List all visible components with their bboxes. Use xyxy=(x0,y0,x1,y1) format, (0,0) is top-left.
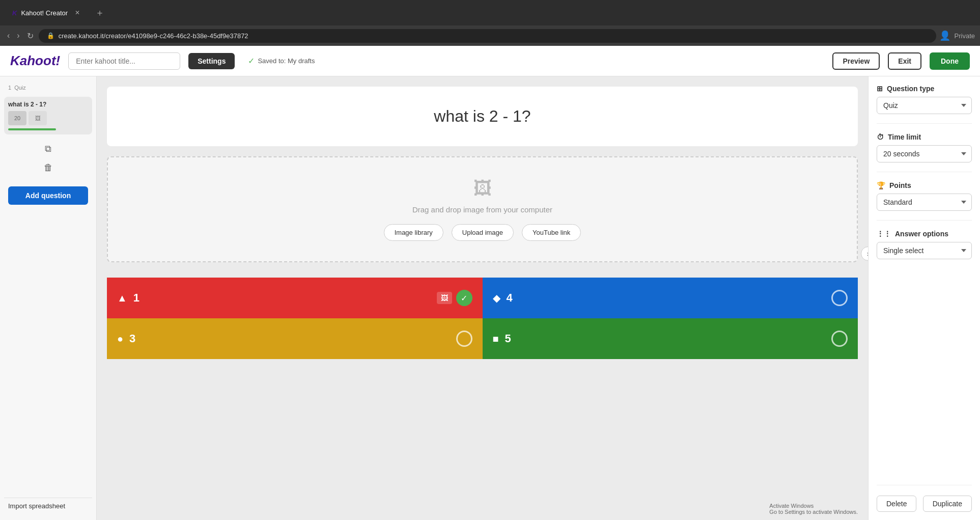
answer-text-2: 4 xyxy=(507,291,832,305)
exit-button[interactable]: Exit xyxy=(888,52,921,70)
delete-button[interactable]: Delete xyxy=(877,496,916,512)
answer-circle-4 xyxy=(831,331,848,347)
browser-nav-bar: ‹ › ↻ 🔒 create.kahoot.it/creator/e41098e… xyxy=(0,25,980,46)
lock-icon: 🔒 xyxy=(47,32,54,39)
time-limit-icon: ⏱ xyxy=(877,133,884,141)
browser-tab[interactable]: K Kahoot! Creator ✕ xyxy=(5,5,87,21)
answer-tile-3[interactable]: ● 3 xyxy=(107,318,483,359)
quiz-item-title: what is 2 - 1? xyxy=(8,101,88,108)
quiz-item-progress-bar xyxy=(8,128,56,130)
reload-button[interactable]: ↻ xyxy=(25,29,36,43)
quiz-item-thumb: 20 🖼 xyxy=(8,111,88,125)
time-limit-title: ⏱ Time limit xyxy=(877,133,972,141)
answer-circle-3 xyxy=(456,331,472,347)
profile-icon: 👤 xyxy=(939,30,950,41)
answer-text-3: 3 xyxy=(129,332,456,345)
browser-chrome: K Kahoot! Creator ✕ ＋ xyxy=(0,0,980,25)
answer-options-title: ⋮⋮ Answer options xyxy=(877,230,972,238)
question-text: what is 2 - 1? xyxy=(137,107,827,126)
saved-text: Saved to: My drafts xyxy=(258,57,315,65)
answer-options-icon: ⋮⋮ xyxy=(877,230,891,238)
answer-text-4: 5 xyxy=(505,332,831,345)
answer-icon-3: ● xyxy=(117,333,123,345)
divider-3 xyxy=(877,220,972,221)
panel-bottom-actions: Delete Duplicate xyxy=(877,485,972,512)
expand-toggle-button[interactable]: › xyxy=(861,247,868,261)
section-type: Quiz xyxy=(14,85,26,91)
time-limit-section: ⏱ Time limit 20 seconds xyxy=(877,133,972,162)
thumb-number: 20 xyxy=(8,111,26,125)
section-number: 1 xyxy=(8,85,11,91)
app-header: Kahoot! Settings ✓ Saved to: My drafts P… xyxy=(0,46,980,76)
kahoot-logo: Kahoot! xyxy=(10,53,60,69)
points-title: 🏆 Points xyxy=(877,181,972,189)
kahoot-title-input[interactable] xyxy=(68,52,180,70)
settings-button[interactable]: Settings xyxy=(188,53,235,69)
time-limit-select[interactable]: 20 seconds xyxy=(877,145,972,162)
saved-status: ✓ Saved to: My drafts xyxy=(248,56,315,66)
answer-icon-4: ■ xyxy=(493,333,499,345)
answer-actions-4 xyxy=(831,331,848,347)
import-spreadsheet-button[interactable]: Import spreadsheet xyxy=(4,498,92,514)
question-area[interactable]: what is 2 - 1? xyxy=(107,87,858,146)
done-button[interactable]: Done xyxy=(930,52,970,70)
question-type-select[interactable]: Quiz xyxy=(877,97,972,114)
thumb-image: 🖼 xyxy=(29,111,47,125)
image-library-button[interactable]: Image library xyxy=(384,224,443,241)
sidebar-delete-icon[interactable]: 🗑 xyxy=(6,159,90,176)
question-type-icon: ⊞ xyxy=(877,85,883,93)
question-type-title: ⊞ Question type xyxy=(877,85,972,93)
quiz-item[interactable]: what is 2 - 1? 20 🖼 xyxy=(4,97,92,134)
preview-button[interactable]: Preview xyxy=(832,52,880,70)
points-icon: 🏆 xyxy=(877,181,885,189)
answer-icon-1: ▲ xyxy=(117,292,127,304)
nav-right: 👤 Private xyxy=(939,30,975,41)
media-upload-area[interactable]: 🖼 Drag and drop image from your computer… xyxy=(107,156,858,262)
media-placeholder-icon: 🖼 xyxy=(473,178,492,199)
answer-correct-mark-1: ✓ xyxy=(456,290,472,306)
new-tab-button[interactable]: ＋ xyxy=(91,5,108,21)
answers-grid: ▲ 1 🖼 ✓ ◆ 4 ● 3 xyxy=(107,278,858,359)
upload-image-button[interactable]: Upload image xyxy=(452,224,514,241)
answer-image-button-1[interactable]: 🖼 xyxy=(437,292,452,304)
tab-favicon: K xyxy=(12,9,17,17)
sidebar-copy-icon[interactable]: ⧉ xyxy=(6,141,90,157)
question-type-section: ⊞ Question type Quiz xyxy=(877,85,972,114)
address-bar[interactable]: 🔒 create.kahoot.it/creator/e41098e9-c246… xyxy=(39,29,936,43)
media-placeholder-text: Drag and drop image from your computer xyxy=(412,205,552,214)
sidebar-section-label: 1 Quiz xyxy=(4,83,92,93)
youtube-link-button[interactable]: YouTube link xyxy=(522,224,581,241)
saved-check-icon: ✓ xyxy=(248,56,255,66)
points-select[interactable]: Standard xyxy=(877,194,972,211)
url-text: create.kahoot.it/creator/e41098e9-c246-4… xyxy=(59,32,928,40)
answer-options-label: Answer options xyxy=(895,230,948,238)
question-type-label: Question type xyxy=(887,85,934,93)
media-buttons: Image library Upload image YouTube link xyxy=(384,224,581,241)
duplicate-button[interactable]: Duplicate xyxy=(923,496,972,512)
center-content: what is 2 - 1? 🖼 Drag and drop image fro… xyxy=(97,76,868,520)
forward-button[interactable]: › xyxy=(15,29,21,42)
private-label: Private xyxy=(955,32,975,40)
answer-actions-3 xyxy=(456,331,472,347)
divider-1 xyxy=(877,123,972,124)
right-panel: ⊞ Question type Quiz ⏱ Time limit 20 sec… xyxy=(868,76,980,520)
answer-tile-2[interactable]: ◆ 4 xyxy=(483,278,858,318)
back-button[interactable]: ‹ xyxy=(5,29,12,42)
answer-tile-1[interactable]: ▲ 1 🖼 ✓ xyxy=(107,278,483,318)
answer-options-select[interactable]: Single select xyxy=(877,242,972,259)
answer-icon-2: ◆ xyxy=(493,292,500,304)
win-activate-line1: Activate Windows xyxy=(769,503,858,509)
tab-close-icon[interactable]: ✕ xyxy=(75,9,80,16)
left-sidebar: 1 Quiz what is 2 - 1? 20 🖼 ⧉ 🗑 Add quest… xyxy=(0,76,97,520)
points-label: Points xyxy=(889,181,911,189)
divider-2 xyxy=(877,172,972,172)
answer-circle-2 xyxy=(831,290,848,306)
windows-activate-watermark: Activate Windows Go to Settings to activ… xyxy=(769,503,858,515)
answer-actions-2 xyxy=(831,290,848,306)
main-layout: 1 Quiz what is 2 - 1? 20 🖼 ⧉ 🗑 Add quest… xyxy=(0,76,980,520)
answer-tile-4[interactable]: ■ 5 xyxy=(483,318,858,359)
add-question-button[interactable]: Add question xyxy=(8,186,88,205)
win-activate-line2: Go to Settings to activate Windows. xyxy=(769,509,858,515)
sidebar-action-icons: ⧉ 🗑 xyxy=(4,139,92,178)
points-section: 🏆 Points Standard xyxy=(877,181,972,211)
